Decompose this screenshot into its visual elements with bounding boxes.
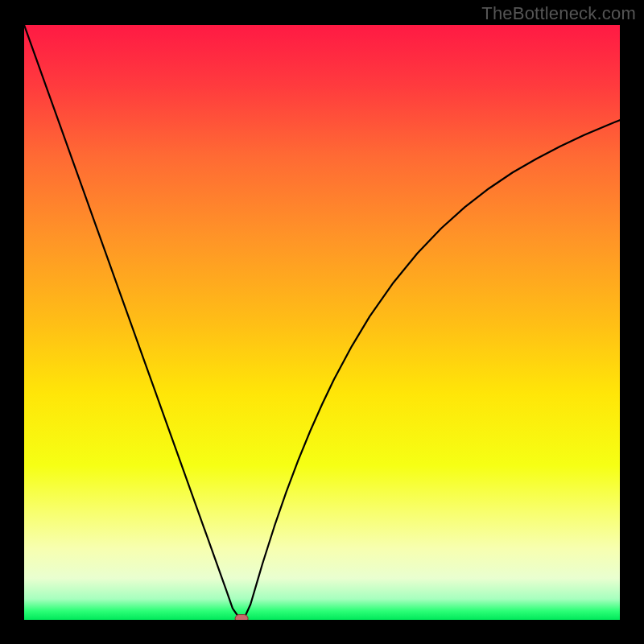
watermark-label: TheBottleneck.com	[481, 3, 636, 24]
gradient-background	[24, 25, 620, 620]
chart-frame: TheBottleneck.com	[0, 0, 644, 644]
plot-area	[24, 25, 620, 620]
svg-rect-0	[235, 615, 248, 620]
optimal-point-marker	[235, 615, 248, 620]
plot-svg	[24, 25, 620, 620]
